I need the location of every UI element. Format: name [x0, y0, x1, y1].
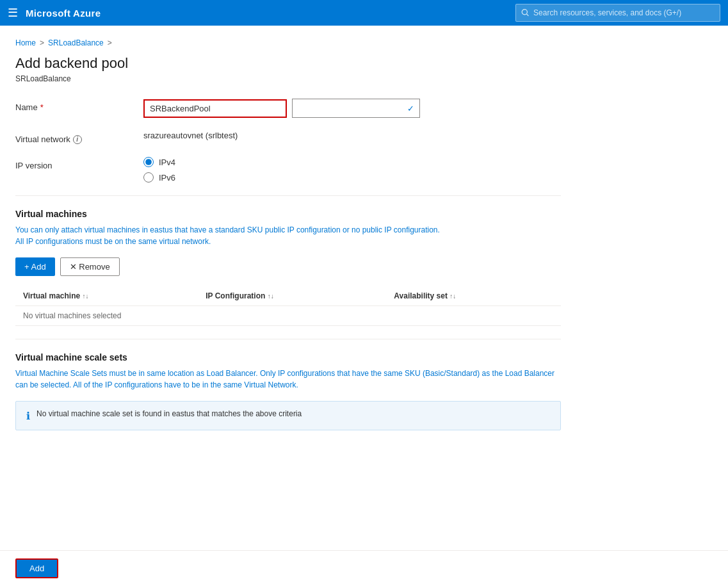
ip-version-row: IP version IPv4 IPv6	[15, 157, 561, 183]
scale-sets-desc-link[interactable]: Virtual Machine Scale Sets must be in sa…	[15, 369, 554, 389]
remove-vm-button[interactable]: ✕ Remove	[60, 257, 120, 276]
vm-desc-link-1[interactable]: You can only attach virtual machines in …	[15, 225, 440, 234]
ipv4-radio[interactable]	[143, 157, 154, 167]
vm-description: You can only attach virtual machines in …	[15, 224, 561, 247]
name-dropdown[interactable]: ✓	[292, 99, 420, 118]
vm-col-header: Virtual machine ↑↓	[15, 286, 198, 306]
hamburger-icon[interactable]: ☰	[8, 6, 18, 20]
page-subtitle: SRLoadBalance	[15, 74, 561, 83]
breadcrumb: Home > SRLoadBalance >	[15, 38, 561, 47]
ipv6-radio[interactable]	[143, 172, 154, 183]
vm-button-bar: + Add ✕ Remove	[15, 257, 561, 276]
vm-empty-message: No virtual machines selected	[15, 306, 561, 326]
name-field-row: Name * ✓	[15, 99, 561, 118]
ipv4-option[interactable]: IPv4	[143, 157, 175, 167]
section-divider-2	[15, 339, 561, 339]
ip-sort-icon[interactable]: ↑↓	[268, 293, 274, 300]
scale-sets-heading: Virtual machine scale sets	[15, 352, 561, 362]
vnet-text: srazureautovnet (srlbtest)	[143, 131, 238, 140]
vnet-label: Virtual network i	[15, 131, 143, 144]
availability-col-header: Availability set ↑↓	[386, 286, 561, 306]
scale-sets-info-text: No virtual machine scale set is found in…	[36, 409, 302, 418]
name-label: Name *	[15, 99, 143, 112]
ip-version-options: IPv4 IPv6	[143, 157, 561, 183]
vnet-value: srazureautovnet (srlbtest)	[143, 131, 561, 140]
scale-sets-info-box: ℹ No virtual machine scale set is found …	[15, 401, 561, 430]
vm-table: Virtual machine ↑↓ IP Configuration ↑↓ A…	[15, 286, 561, 326]
vm-empty-row: No virtual machines selected	[15, 306, 561, 326]
ipv6-option[interactable]: IPv6	[143, 172, 175, 183]
search-input[interactable]	[533, 8, 715, 17]
name-field-value: ✓	[143, 99, 561, 118]
vm-desc-link-2[interactable]: All IP configurations must be on the sam…	[15, 237, 211, 246]
info-box-icon: ℹ	[26, 410, 30, 422]
vm-sort-icon[interactable]: ↑↓	[83, 293, 89, 300]
required-marker: *	[40, 102, 44, 112]
name-input[interactable]	[145, 101, 286, 117]
vnet-info-icon[interactable]: i	[73, 135, 82, 144]
main-content: Home > SRLoadBalance > Add backend pool …	[0, 26, 576, 443]
app-title: Microsoft Azure	[26, 8, 101, 19]
availability-sort-icon[interactable]: ↑↓	[449, 293, 456, 300]
name-input-wrapper	[143, 99, 287, 118]
topnav: ☰ Microsoft Azure	[0, 0, 728, 26]
vm-table-header: Virtual machine ↑↓ IP Configuration ↑↓ A…	[15, 286, 561, 306]
page-title: Add backend pool	[15, 55, 561, 72]
ip-version-label: IP version	[15, 157, 143, 170]
svg-point-0	[522, 10, 527, 15]
breadcrumb-load-balancer[interactable]: SRLoadBalance	[48, 38, 104, 47]
add-vm-button[interactable]: + Add	[15, 257, 55, 276]
ip-version-radio-group: IPv4 IPv6	[143, 157, 175, 183]
vm-table-body: No virtual machines selected	[15, 306, 561, 326]
breadcrumb-home[interactable]: Home	[15, 38, 36, 47]
dropdown-chevron: ✓	[407, 104, 414, 113]
breadcrumb-sep-2: >	[108, 38, 112, 47]
vm-section-heading: Virtual machines	[15, 209, 561, 219]
scale-sets-description: Virtual Machine Scale Sets must be in sa…	[15, 368, 561, 391]
search-box[interactable]	[515, 4, 720, 22]
ip-config-col-header: IP Configuration ↑↓	[198, 286, 386, 306]
search-icon	[521, 8, 530, 17]
ipv6-label: IPv6	[159, 173, 175, 183]
ipv4-label: IPv4	[159, 158, 175, 167]
breadcrumb-sep-1: >	[40, 38, 44, 47]
vnet-field-row: Virtual network i srazureautovnet (srlbt…	[15, 131, 561, 144]
section-divider-1	[15, 195, 561, 196]
svg-line-1	[527, 14, 529, 16]
